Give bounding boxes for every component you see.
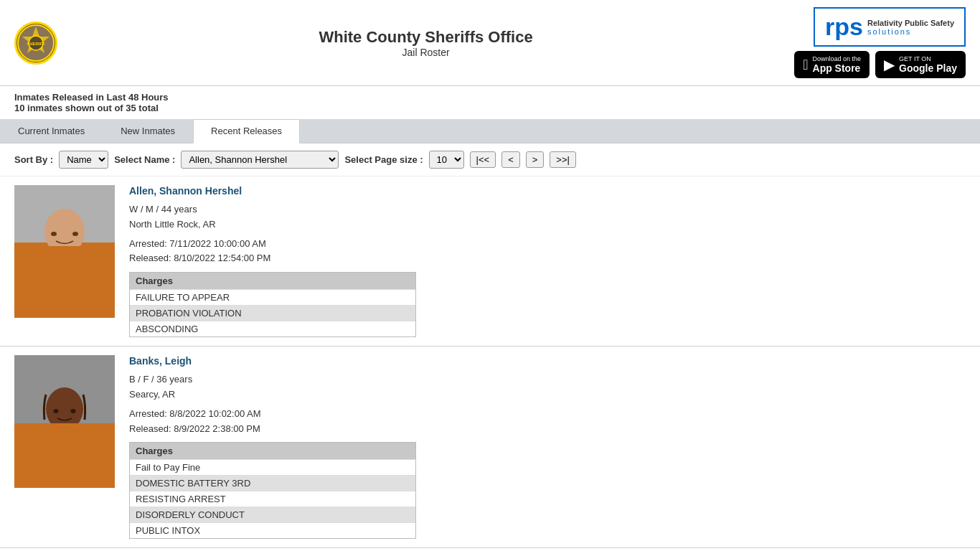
info-bar: Inmates Released in Last 48 Hours 10 inm… <box>0 86 980 119</box>
inmate-name: Allen, Shannon Hershel <box>129 185 966 197</box>
inmate-info: Allen, Shannon Hershel W / M / 44 yearsN… <box>129 185 966 337</box>
sort-by-select[interactable]: Name <box>59 151 108 169</box>
svg-rect-7 <box>44 246 85 289</box>
rps-logo: rps Relativity Public Safety solutions <box>814 7 966 47</box>
apple-icon:  <box>803 57 808 73</box>
inmate-photo <box>14 185 115 318</box>
google-play-name: Google Play <box>899 62 957 74</box>
charge-item: Fail to Pay Fine <box>130 459 415 475</box>
google-play-button[interactable]: ▶ GET IT ON Google Play <box>875 51 966 78</box>
inmate-dates: Arrested: 8/8/2022 10:02:00 AMReleased: … <box>129 407 966 437</box>
charge-item: FAILURE TO APPEAR <box>130 289 415 305</box>
controls-bar: Sort By : Name Select Name : Allen, Shan… <box>0 143 980 176</box>
inmate-name: Banks, Leigh <box>129 355 966 367</box>
info-line1: Inmates Released in Last 48 Hours <box>14 92 966 103</box>
app-store-button[interactable]:  Download on the App Store <box>794 51 870 78</box>
google-play-sublabel: GET IT ON <box>899 55 957 62</box>
rps-solutions: solutions <box>867 27 954 36</box>
tab-new-inmates[interactable]: New Inmates <box>103 119 193 143</box>
app-store-sublabel: Download on the <box>813 55 862 62</box>
inmate-dates: Arrested: 7/11/2022 10:00:00 AMReleased:… <box>129 237 966 267</box>
inmate-list: Allen, Shannon Hershel W / M / 44 yearsN… <box>0 176 980 551</box>
app-buttons-area:  Download on the App Store ▶ GET IT ON … <box>794 51 966 78</box>
inmate-demographics: B / F / 36 yearsSearcy, AR <box>129 372 966 402</box>
info-line2: 10 inmates shown out of 35 total <box>14 103 966 113</box>
charge-item: ABSCONDING <box>130 321 415 336</box>
nav-next-button[interactable]: > <box>526 151 545 168</box>
inmate-info: Banks, Leigh B / F / 36 yearsSearcy, AR … <box>129 355 966 539</box>
sheriff-logo: SHERIFF <box>14 22 57 65</box>
svg-text:SHERIFF: SHERIFF <box>27 42 45 46</box>
page-header: SHERIFF White County Sheriffs Office Jai… <box>0 0 980 86</box>
charge-item: PUBLIC INTOX <box>130 522 415 538</box>
select-name-label: Select Name : <box>114 154 175 165</box>
charges-header: Charges <box>130 443 415 459</box>
name-select[interactable]: Allen, Shannon Hershel <box>181 151 339 169</box>
charge-item: DISORDERLY CONDUCT <box>130 507 415 522</box>
header-title-area: White County Sheriffs Office Jail Roster <box>57 28 794 58</box>
tab-recent-releases[interactable]: Recent Releases <box>193 119 300 143</box>
nav-first-button[interactable]: |<< <box>470 151 496 168</box>
google-play-icon: ▶ <box>884 56 895 73</box>
inmate-row: Battie, Margie Ann W / F / 58 yearsWard,… <box>0 548 980 551</box>
svg-point-14 <box>54 409 59 413</box>
charge-item: RESISTING ARREST <box>130 491 415 507</box>
page-subtitle: Jail Roster <box>57 47 794 58</box>
tab-bar: Current Inmates New Inmates Recent Relea… <box>0 119 980 143</box>
svg-point-8 <box>51 232 57 236</box>
charges-header: Charges <box>130 273 415 289</box>
charge-item: DOMESTIC BATTERY 3RD <box>130 475 415 491</box>
app-store-name: App Store <box>813 62 862 74</box>
sort-by-label: Sort By : <box>14 154 53 165</box>
charges-table: ChargesFail to Pay FineDOMESTIC BATTERY … <box>129 442 416 539</box>
charge-item: PROBATION VIOLATION <box>130 305 415 321</box>
sheriff-badge-icon: SHERIFF <box>14 22 57 65</box>
rps-full-name: Relativity Public Safety <box>867 19 954 27</box>
svg-rect-13 <box>46 423 83 463</box>
nav-prev-button[interactable]: < <box>501 151 520 168</box>
page-size-label: Select Page size : <box>344 154 423 165</box>
inmate-row: Allen, Shannon Hershel W / M / 44 yearsN… <box>0 176 980 347</box>
nav-last-button[interactable]: >>| <box>550 151 576 168</box>
header-right-area: rps Relativity Public Safety solutions … <box>794 7 966 78</box>
page-title: White County Sheriffs Office <box>57 28 794 47</box>
svg-point-9 <box>72 232 78 236</box>
inmate-photo <box>14 355 115 488</box>
charges-table: ChargesFAILURE TO APPEARPROBATION VIOLAT… <box>129 272 416 337</box>
page-size-select[interactable]: 10 25 50 <box>429 151 464 169</box>
inmate-row: Banks, Leigh B / F / 36 yearsSearcy, AR … <box>0 347 980 548</box>
inmate-demographics: W / M / 44 yearsNorth Little Rock, AR <box>129 202 966 232</box>
rps-brand: rps <box>825 13 863 41</box>
tab-current-inmates[interactable]: Current Inmates <box>0 119 103 143</box>
svg-point-15 <box>71 409 76 413</box>
